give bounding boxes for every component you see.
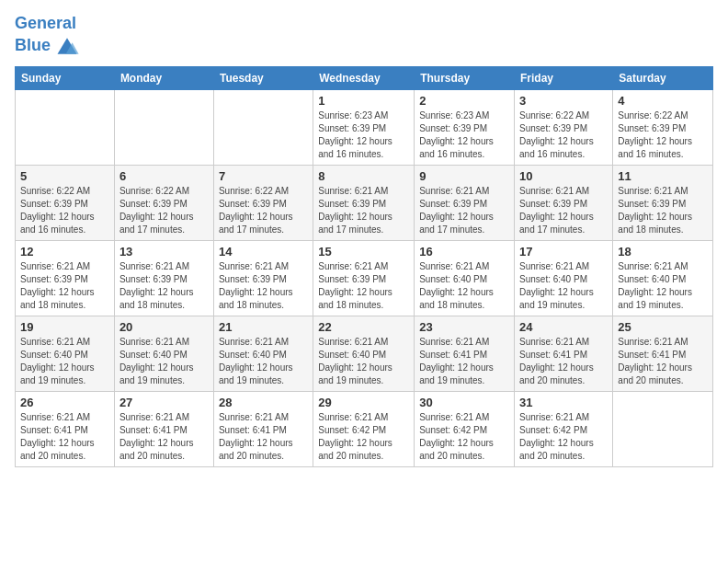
logo-icon [54,33,80,59]
calendar-cell: 17Sunrise: 6:21 AM Sunset: 6:40 PM Dayli… [515,240,613,316]
calendar-week-row: 19Sunrise: 6:21 AM Sunset: 6:40 PM Dayli… [16,316,713,391]
day-info: Sunrise: 6:22 AM Sunset: 6:39 PM Dayligh… [119,185,209,236]
day-info: Sunrise: 6:21 AM Sunset: 6:40 PM Dayligh… [618,260,708,312]
calendar-cell: 25Sunrise: 6:21 AM Sunset: 6:41 PM Dayli… [613,316,713,391]
calendar-cell: 29Sunrise: 6:21 AM Sunset: 6:42 PM Dayli… [313,391,415,466]
day-info: Sunrise: 6:21 AM Sunset: 6:42 PM Dayligh… [419,411,509,463]
calendar-header-row: SundayMondayTuesdayWednesdayThursdayFrid… [16,66,713,89]
calendar-cell: 9Sunrise: 6:21 AM Sunset: 6:39 PM Daylig… [415,165,515,240]
calendar-cell: 1Sunrise: 6:23 AM Sunset: 6:39 PM Daylig… [313,89,415,165]
day-info: Sunrise: 6:21 AM Sunset: 6:40 PM Dayligh… [219,336,308,387]
day-number: 10 [519,169,608,183]
day-info: Sunrise: 6:21 AM Sunset: 6:41 PM Dayligh… [419,336,509,387]
day-info: Sunrise: 6:21 AM Sunset: 6:39 PM Dayligh… [119,260,209,312]
calendar-cell: 23Sunrise: 6:21 AM Sunset: 6:41 PM Dayli… [415,316,515,391]
calendar-cell: 31Sunrise: 6:21 AM Sunset: 6:42 PM Dayli… [515,391,613,466]
calendar-cell: 11Sunrise: 6:21 AM Sunset: 6:39 PM Dayli… [613,165,713,240]
day-info: Sunrise: 6:21 AM Sunset: 6:39 PM Dayligh… [318,185,409,236]
day-info: Sunrise: 6:21 AM Sunset: 6:40 PM Dayligh… [318,336,409,387]
day-info: Sunrise: 6:21 AM Sunset: 6:40 PM Dayligh… [119,336,209,387]
page-header: General Blue [15,15,713,59]
day-number: 1 [318,94,409,108]
calendar-cell: 28Sunrise: 6:21 AM Sunset: 6:41 PM Dayli… [213,391,313,466]
calendar-cell: 6Sunrise: 6:22 AM Sunset: 6:39 PM Daylig… [114,165,213,240]
day-info: Sunrise: 6:22 AM Sunset: 6:39 PM Dayligh… [20,185,109,236]
day-info: Sunrise: 6:21 AM Sunset: 6:41 PM Dayligh… [618,336,708,387]
day-number: 27 [119,396,209,409]
day-number: 15 [318,245,409,259]
day-number: 24 [519,320,608,334]
calendar-cell: 10Sunrise: 6:21 AM Sunset: 6:39 PM Dayli… [515,165,613,240]
calendar-cell: 2Sunrise: 6:23 AM Sunset: 6:39 PM Daylig… [415,89,515,165]
day-number: 13 [119,245,209,259]
calendar-cell [613,391,713,466]
col-header-sunday: Sunday [16,66,115,89]
logo-general: General [15,14,76,32]
day-number: 16 [419,245,509,259]
calendar-cell: 15Sunrise: 6:21 AM Sunset: 6:39 PM Dayli… [313,240,415,316]
calendar-cell: 26Sunrise: 6:21 AM Sunset: 6:41 PM Dayli… [16,391,115,466]
day-info: Sunrise: 6:21 AM Sunset: 6:42 PM Dayligh… [318,411,409,463]
day-number: 5 [20,169,109,183]
day-info: Sunrise: 6:21 AM Sunset: 6:39 PM Dayligh… [419,185,509,236]
col-header-saturday: Saturday [613,66,713,89]
day-number: 25 [618,320,708,334]
calendar-week-row: 1Sunrise: 6:23 AM Sunset: 6:39 PM Daylig… [16,89,713,165]
day-info: Sunrise: 6:21 AM Sunset: 6:42 PM Dayligh… [519,411,608,463]
day-info: Sunrise: 6:21 AM Sunset: 6:39 PM Dayligh… [519,185,608,236]
day-info: Sunrise: 6:21 AM Sunset: 6:39 PM Dayligh… [219,260,308,312]
day-number: 20 [119,320,209,334]
calendar-cell [16,89,115,165]
calendar-cell: 16Sunrise: 6:21 AM Sunset: 6:40 PM Dayli… [415,240,515,316]
calendar-cell: 30Sunrise: 6:21 AM Sunset: 6:42 PM Dayli… [415,391,515,466]
day-number: 11 [618,169,708,183]
day-number: 19 [20,320,109,334]
col-header-friday: Friday [515,66,613,89]
day-info: Sunrise: 6:22 AM Sunset: 6:39 PM Dayligh… [519,109,608,161]
calendar-cell: 20Sunrise: 6:21 AM Sunset: 6:40 PM Dayli… [114,316,213,391]
calendar-cell: 19Sunrise: 6:21 AM Sunset: 6:40 PM Dayli… [16,316,115,391]
day-number: 26 [20,396,109,409]
day-info: Sunrise: 6:21 AM Sunset: 6:41 PM Dayligh… [119,411,209,463]
day-info: Sunrise: 6:21 AM Sunset: 6:40 PM Dayligh… [419,260,509,312]
col-header-monday: Monday [114,66,213,89]
day-number: 17 [519,245,608,259]
day-number: 8 [318,169,409,183]
calendar-cell [114,89,213,165]
day-info: Sunrise: 6:23 AM Sunset: 6:39 PM Dayligh… [318,109,409,161]
day-number: 31 [519,396,608,409]
day-number: 2 [419,94,509,108]
day-number: 12 [20,245,109,259]
day-info: Sunrise: 6:21 AM Sunset: 6:41 PM Dayligh… [519,336,608,387]
col-header-thursday: Thursday [415,66,515,89]
calendar-cell: 18Sunrise: 6:21 AM Sunset: 6:40 PM Dayli… [613,240,713,316]
calendar-cell: 3Sunrise: 6:22 AM Sunset: 6:39 PM Daylig… [515,89,613,165]
col-header-wednesday: Wednesday [313,66,415,89]
day-info: Sunrise: 6:21 AM Sunset: 6:41 PM Dayligh… [219,411,308,463]
logo: General Blue [15,15,80,59]
day-info: Sunrise: 6:21 AM Sunset: 6:39 PM Dayligh… [318,260,409,312]
calendar-cell: 14Sunrise: 6:21 AM Sunset: 6:39 PM Dayli… [213,240,313,316]
day-number: 6 [119,169,209,183]
day-info: Sunrise: 6:22 AM Sunset: 6:39 PM Dayligh… [219,185,308,236]
calendar-cell: 27Sunrise: 6:21 AM Sunset: 6:41 PM Dayli… [114,391,213,466]
day-number: 21 [219,320,308,334]
day-info: Sunrise: 6:21 AM Sunset: 6:39 PM Dayligh… [618,185,708,236]
calendar-cell: 12Sunrise: 6:21 AM Sunset: 6:39 PM Dayli… [16,240,115,316]
calendar-cell: 4Sunrise: 6:22 AM Sunset: 6:39 PM Daylig… [613,89,713,165]
day-number: 3 [519,94,608,108]
logo-blue: Blue [15,37,51,55]
day-number: 23 [419,320,509,334]
day-number: 29 [318,396,409,409]
calendar-cell: 22Sunrise: 6:21 AM Sunset: 6:40 PM Dayli… [313,316,415,391]
day-number: 4 [618,94,708,108]
calendar-table: SundayMondayTuesdayWednesdayThursdayFrid… [15,66,713,467]
day-info: Sunrise: 6:21 AM Sunset: 6:40 PM Dayligh… [519,260,608,312]
day-info: Sunrise: 6:21 AM Sunset: 6:40 PM Dayligh… [20,336,109,387]
calendar-cell: 8Sunrise: 6:21 AM Sunset: 6:39 PM Daylig… [313,165,415,240]
calendar-week-row: 12Sunrise: 6:21 AM Sunset: 6:39 PM Dayli… [16,240,713,316]
calendar-cell: 24Sunrise: 6:21 AM Sunset: 6:41 PM Dayli… [515,316,613,391]
day-info: Sunrise: 6:23 AM Sunset: 6:39 PM Dayligh… [419,109,509,161]
day-number: 9 [419,169,509,183]
day-info: Sunrise: 6:21 AM Sunset: 6:41 PM Dayligh… [20,411,109,463]
